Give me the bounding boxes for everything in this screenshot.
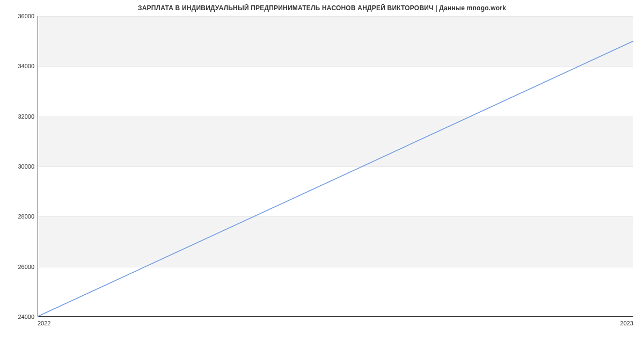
chart-title: ЗАРПЛАТА В ИНДИВИДУАЛЬНЫЙ ПРЕДПРИНИМАТЕЛ… (0, 4, 644, 12)
y-tick-label: 30000 (4, 163, 34, 170)
x-tick-label: 2023 (620, 320, 633, 326)
y-tick-label: 32000 (4, 113, 34, 120)
y-tick-label: 36000 (4, 13, 34, 19)
y-tick-label: 28000 (4, 213, 34, 220)
chart-container: ЗАРПЛАТА В ИНДИВИДУАЛЬНЫЙ ПРЕДПРИНИМАТЕЛ… (0, 0, 644, 349)
y-tick-label: 34000 (4, 63, 34, 69)
plot-area (38, 16, 633, 317)
x-tick-label: 2022 (38, 320, 50, 326)
data-line (38, 16, 633, 316)
y-tick-label: 26000 (4, 264, 34, 270)
y-tick-label: 24000 (4, 314, 34, 320)
